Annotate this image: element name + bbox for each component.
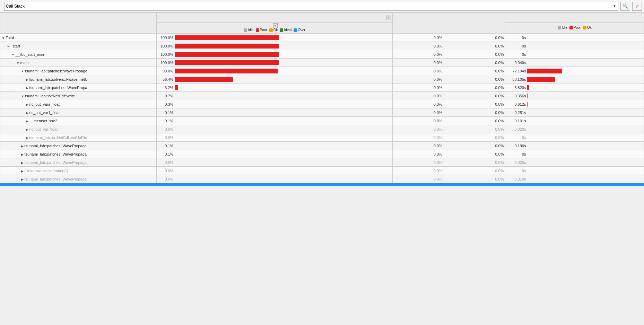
eff-time-cell: 0.1%	[157, 108, 393, 117]
eff-time-cell: 100.0%	[157, 50, 393, 59]
legend-ideal: Ideal	[280, 28, 291, 32]
legend2-ok-dot	[583, 26, 586, 29]
eff-time2-cell: 0.040s	[505, 59, 644, 67]
overhead-time-cell: 0.0%	[444, 100, 505, 108]
overhead-time-cell: 0.0%	[444, 50, 505, 59]
table-row[interactable]: ▶ nc_put_var1_float0.1%0.0%0.0%0.251s	[0, 108, 644, 117]
table-row[interactable]: ▼ _start100.0%0.0%0.0%0s	[0, 42, 644, 50]
legend2-poor: Poor	[569, 26, 581, 29]
eff-time2-cell: 0.101s	[505, 117, 644, 125]
fn-name-cell[interactable]: ▼ _start	[0, 42, 157, 50]
eff-time-cell: 0.1%	[157, 150, 393, 158]
eff-time-cell: 56.4%	[157, 75, 393, 84]
spin-time-cell: 0.0%	[392, 75, 444, 84]
table-row[interactable]: ▼ tsunami_lab::io::NetCdf::write0.7%0.0%…	[0, 92, 644, 100]
fn-name-cell[interactable]: ▶ tsunami_lab::patches::WavePropa	[0, 84, 157, 92]
legend-over: Over	[294, 28, 305, 32]
grouping-select[interactable]: Call Stack	[4, 2, 618, 11]
overhead-time-cell: 0.0%	[444, 84, 505, 92]
collapse-left-btn[interactable]: «	[386, 15, 391, 20]
fn-name-cell[interactable]: ▶ tsunami_lab::solvers::Fwave::netU	[0, 75, 157, 84]
spin-time-cell: 0.0%	[392, 142, 444, 150]
fn-name-cell[interactable]: ▶ tsunami_lab::patches::WavePropaga	[0, 150, 157, 158]
spin-time-cell: 0.0%	[392, 34, 444, 42]
eff-time-cell: 0.0%	[157, 125, 393, 133]
fn-name-cell[interactable]: ▶ tsunami_lab::patches::WavePropaga	[0, 175, 157, 183]
table-row[interactable]: ▶ tsunami_lab::patches::WavePropa3.2%0.0…	[0, 84, 644, 92]
fn-name-cell[interactable]: ▶ nc_put_vara_float	[0, 100, 157, 108]
overhead-time-cell: 0.0%	[444, 133, 505, 142]
spin-time-cell: 0.0%	[392, 84, 444, 92]
eff-time-cell: 100.0%	[157, 59, 393, 67]
eff-time-cell: 100.0%	[157, 42, 393, 50]
table-row[interactable]: ▶ [Unknown stack frame(s)]0.0%0.0%0.0%0s	[0, 167, 644, 175]
fn-name-cell[interactable]: ▼ main	[0, 59, 157, 67]
table-row[interactable]: ▼ __libc_start_main100.0%0.0%0.0%0s	[0, 50, 644, 59]
table-row[interactable]: ▶ tsunami_lab::patches::WavePropaga0.1%0…	[0, 142, 644, 150]
overhead-time-cell: 0.0%	[444, 34, 505, 42]
overhead-time-cell: 0.0%	[444, 67, 505, 75]
legend-ok-dot	[269, 28, 273, 32]
legend-row: Idle Poor Ok	[244, 28, 305, 32]
legend-poor-dot	[256, 28, 259, 32]
legend-over-dot	[294, 28, 297, 32]
eff-time-cell: 0.0%	[157, 133, 393, 142]
overhead-time-cell: 0.0%	[444, 150, 505, 158]
table-row[interactable]: ▶ tsunami_lab::patches::WavePropaga0.1%0…	[0, 150, 644, 158]
table-row[interactable]: ▶ tsunami_lab::patches::WavePropaga0.0%0…	[0, 175, 644, 183]
table-row[interactable]: ▶ tsunami_lab::patches::WavePropaga0.0%0…	[0, 158, 644, 167]
th-function-stack	[0, 13, 157, 34]
eff-expand-btn[interactable]: »	[273, 23, 278, 28]
legend-idle: Idle	[244, 28, 253, 32]
legend2-ok: Ok	[583, 26, 592, 29]
eff-time2-cell: 0.251s	[505, 108, 644, 117]
overhead-time-cell: 0.0%	[444, 108, 505, 117]
th-cpu-time: «	[157, 13, 393, 23]
spin-time-cell: 0.0%	[392, 117, 444, 125]
eff-time2-cell: 0.010s	[505, 175, 644, 183]
expand-button[interactable]: ⤢	[632, 2, 642, 11]
profiling-table: « »	[0, 12, 644, 186]
eff-time2-cell: 0.020s	[505, 158, 644, 167]
table-row[interactable]: ▶ nc_put_var_float0.0%0.0%0.0%0.020s	[0, 125, 644, 133]
table-row[interactable]: ▶ tsunami_lab::io::NetCdf::setUpFile0.0%…	[0, 133, 644, 142]
eff-time2-cell: 5.820s	[505, 84, 644, 92]
fn-name-cell[interactable]: ▶ nc_put_var_float	[0, 125, 157, 133]
overhead-time-cell: 0.0%	[444, 167, 505, 175]
fn-name-cell[interactable]: ▶ nc_put_var1_float	[0, 108, 157, 117]
table-row[interactable]: ▼ main100.0%0.0%0.0%0.040s	[0, 59, 644, 67]
eff-time2-cell: 72.194s	[505, 67, 644, 75]
eff-time-cell: 0.0%	[157, 175, 393, 183]
table-row[interactable]: ▶ nc_put_vara_float0.3%0.0%0.0%0.612s	[0, 100, 644, 108]
eff-time2-cell: 0s	[505, 167, 644, 175]
spin-time-cell: 0.0%	[392, 50, 444, 59]
legend-poor: Poor	[256, 28, 267, 32]
fn-name-cell[interactable]: ▶ tsunami_lab::patches::WavePropaga	[0, 158, 157, 167]
table-row[interactable]: ▼ Total100.0%0.0%0.0%0s	[0, 34, 644, 42]
spin-time-cell: 0.0%	[392, 167, 444, 175]
eff-time-cell: 99.0%	[157, 67, 393, 75]
table-row[interactable]: ▼ tsunami_lab::patches::WavePropaga99.0%…	[0, 67, 644, 75]
fn-name-cell[interactable]: ▶ tsunami_lab::io::NetCdf::setUpFile	[0, 133, 157, 142]
fn-name-cell[interactable]: ▼ Total	[0, 34, 157, 42]
fn-name-cell[interactable]: ▶ __memset_sse2	[0, 117, 157, 125]
th-spin-time	[392, 13, 444, 34]
eff-time-cell: 3.2%	[157, 84, 393, 92]
eff-time-cell: 0.1%	[157, 142, 393, 150]
eff-time2-cell: 0.612s	[505, 100, 644, 108]
search-button[interactable]: 🔍	[620, 2, 630, 11]
spin-time-cell: 0.0%	[392, 175, 444, 183]
overhead-time-cell: 0.0%	[444, 92, 505, 100]
fn-name-cell[interactable]: ▼ tsunami_lab::io::NetCdf::write	[0, 92, 157, 100]
fn-name-cell[interactable]: ▶ [Unknown stack frame(s)]	[0, 167, 157, 175]
table-row[interactable]: ▶ __memset_sse20.1%0.0%0.0%0.101s	[0, 117, 644, 125]
th-eff-time2-header	[505, 13, 644, 23]
eff-time-subheader: » Idle Poor	[158, 23, 391, 32]
fn-name-cell[interactable]: ▼ __libc_start_main	[0, 50, 157, 59]
fn-name-cell[interactable]: ▶ tsunami_lab::patches::WavePropaga	[0, 142, 157, 150]
fn-name-cell[interactable]: ▼ tsunami_lab::patches::WavePropaga	[0, 67, 157, 75]
legend2-poor-dot	[569, 26, 573, 29]
table-row[interactable]: ▶ tsunami_lab::solvers::Fwave::netU56.4%…	[0, 75, 644, 84]
eff-time2-cell: 0s	[505, 133, 644, 142]
spin-time-cell: 0.0%	[392, 133, 444, 142]
